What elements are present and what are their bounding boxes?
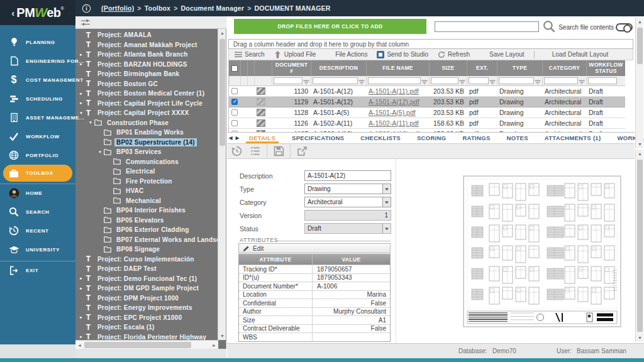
grid-vertical-scrollbar[interactable]: ▲ ▼ [635,18,643,148]
filter-input[interactable] [368,77,421,84]
tab-scroll-left-icon[interactable]: ◀ [227,135,234,141]
filter-input[interactable] [469,77,489,84]
tab[interactable]: RATINGS [454,133,498,143]
file-search-input[interactable] [435,21,539,32]
tree-item[interactable]: Fire Protection [75,177,218,187]
drawing-preview-image[interactable] [464,176,621,327]
tree-item[interactable]: BP05 Elevators [75,216,218,226]
tree-item[interactable]: ▾ T Project: Capital Project XXXX [75,108,218,118]
filter-icon[interactable] [579,79,585,84]
toolbar-button[interactable]: File Actions [325,51,367,58]
tree-item[interactable]: Electrical [75,167,218,177]
search-icon[interactable] [543,20,555,33]
column-header[interactable]: TYPE [497,60,542,76]
scroll-thumb[interactable] [219,39,225,146]
drop-files-button[interactable]: DROP FILES HERE OR CLICK TO ADD [234,19,426,34]
field-input[interactable]: Drawing [304,184,391,194]
column-header[interactable]: CATEGORY [542,60,586,76]
tree-filter-icon[interactable] [80,18,91,28]
toolbar-button[interactable]: Save Layout [479,51,525,58]
collapse-sidebar-icon[interactable]: ‹ [11,8,14,18]
tab[interactable]: SPECIFICATIONS [284,133,352,143]
caret-down-icon[interactable]: ▾ [97,150,103,155]
field-input[interactable]: Architectural [304,197,391,207]
caret-right-icon[interactable]: ▸ [78,286,84,291]
tab[interactable]: SCORING [409,133,454,143]
caret-right-icon[interactable]: ▸ [78,315,84,320]
tree-item[interactable]: ▸ T Project: EPC Project X1000 [75,313,218,323]
tree-item[interactable]: ▸ T Project: BARZAN HOLDINGS [75,60,218,70]
caret-down-icon[interactable]: ▾ [87,120,94,125]
tree-item[interactable]: T Project: DPM Project 1000 [75,293,218,304]
filter-input[interactable] [313,77,358,84]
tree-item[interactable]: ▸ T Project: Florida Perimeter Highway [75,332,218,341]
tree-vertical-scrollbar[interactable]: ▲ ▼ [218,29,226,340]
filter-icon[interactable] [489,79,496,84]
sidebar-item[interactable]: PORTFOLIO [0,146,75,165]
tree-item[interactable]: Mechanical [75,196,218,206]
sidebar-item[interactable]: PLANNING [0,33,75,52]
scroll-up-icon[interactable]: ▲ [220,31,225,35]
dropdown-arrow-icon[interactable] [382,184,391,194]
column-header[interactable]: SIZE [429,60,467,76]
scroll-up-icon[interactable]: ▲ [638,19,642,24]
filter-input[interactable] [431,77,458,84]
table-row[interactable]: 1129 A-1501-A(12) A-1501-A(12).pdf 203.5… [229,97,625,107]
sidebar-item[interactable]: WORKFLOW [0,127,75,146]
attribute-row[interactable]: Document Number* A-1006 [239,282,390,290]
filter-icon[interactable] [459,79,465,84]
column-header[interactable]: DESCRIPTION [311,60,366,76]
tree-item[interactable]: ▸ T Project: Demo Funcional Tec (1) [75,274,218,284]
attribute-row[interactable]: Author Murphy Consultant [239,307,390,316]
tree-item[interactable]: BP02 Superstructure (14) [75,138,218,148]
scroll-thumb[interactable] [637,160,643,332]
table-row[interactable]: 1126 A-1502-A(11) A-1502-A(11).pdf 158.6… [229,118,625,129]
attribute-row[interactable]: ID*(u) 1879053343 [239,273,390,282]
filter-icon[interactable] [358,79,365,84]
breadcrumb-item[interactable]: Document Manager [181,4,245,12]
tree-item[interactable]: T Project: Curso Implementación [75,255,218,265]
tree-item[interactable]: T Project: Amanat Makkah Project [75,40,218,50]
tree-item[interactable]: Communications [75,157,218,167]
dropdown-arrow-icon[interactable] [382,224,391,233]
breadcrumb-item[interactable]: DOCUMENT MANAGER [254,4,330,12]
row-checkbox[interactable] [231,120,238,126]
tree-item[interactable]: T Project: AMAALA [75,30,218,40]
sidebar-item[interactable]: ASSET MANAGEME... [0,108,75,127]
scroll-down-icon[interactable]: ▼ [220,334,225,338]
column-header[interactable]: EXT. [467,60,497,76]
toolbar-button[interactable]: Send to Studio [377,51,428,58]
pmweb-logo[interactable]: ‹ PM W eb ® [0,0,75,25]
file-link[interactable]: A-1501-A(11).pdf [369,87,419,95]
filter-icon[interactable] [303,79,309,84]
tree-item[interactable]: HVAC [75,186,218,196]
search-file-contents-toggle[interactable] [616,23,633,31]
tree-horizontal-scrollbar[interactable]: ◄ ► [75,340,218,349]
tree-item[interactable]: T Project: Escala (1) [75,322,218,332]
tree-item[interactable]: ▸ T Project: Boston Medical Center (1) [75,89,218,99]
toolbar-button[interactable]: Search [235,51,265,58]
toolbar-button[interactable]: Upload File [274,51,316,58]
caret-right-icon[interactable]: ▸ [78,334,84,339]
breadcrumb-item[interactable]: (Portfolio) [101,4,134,12]
sidebar-item[interactable]: $ COST MANAGEMENT [0,70,75,89]
attribute-row[interactable]: Size A1 [239,315,390,324]
tree-item[interactable]: ▾ Construction Phase [75,118,218,128]
sidebar-item[interactable]: RECENT [0,221,75,240]
scroll-left-icon[interactable]: ◄ [77,343,82,348]
scroll-thumb[interactable] [84,342,191,348]
history-icon[interactable] [227,144,246,159]
tree-item[interactable]: T Project: Boston GC [75,79,218,89]
breadcrumb-item[interactable]: Toolbox [145,4,170,12]
tab[interactable]: NOTES [499,133,536,143]
filter-input[interactable] [588,77,617,84]
edit-attributes-button[interactable]: Edit [238,243,391,253]
attribute-row[interactable]: WBS [239,332,390,341]
tree-item[interactable]: BP04 Interior Finishes [75,206,218,216]
attribute-row[interactable]: Location Marina [239,290,390,299]
toolbar-button[interactable]: Refresh [438,51,470,58]
tree-item[interactable]: T Project: Birmingham Bank [75,69,218,79]
tree-item[interactable]: ▸ T Project: DM GPD Sample Project [75,283,218,293]
scroll-thumb[interactable] [637,28,643,64]
table-row[interactable]: 1128 A-1501-A(5) A-1501-A(5).pdf 203.53 … [229,107,625,118]
